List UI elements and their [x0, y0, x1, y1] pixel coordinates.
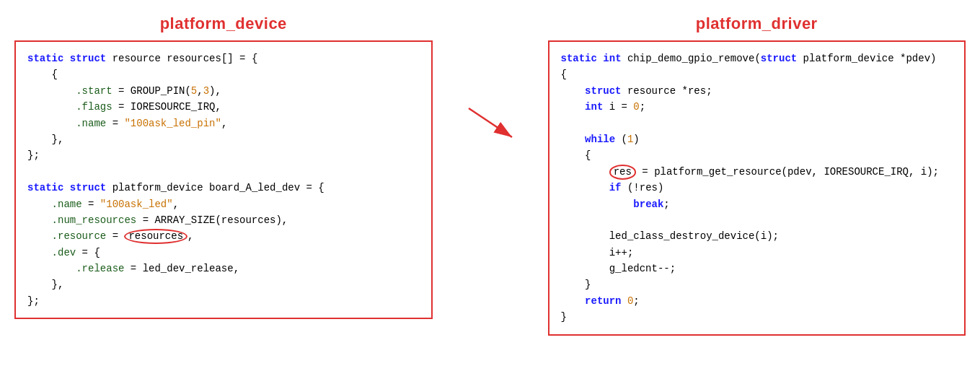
code-line: {	[561, 66, 953, 82]
code-line: static int chip_demo_gpio_remove(struct …	[561, 51, 953, 66]
code-line: }	[561, 276, 953, 292]
code-line: .name = "100ask_led",	[27, 196, 420, 212]
code-line: static struct resource resources[] = {	[27, 51, 420, 66]
code-line: struct resource *res;	[561, 83, 953, 99]
arrow-container	[462, 14, 519, 144]
code-line: res = platform_get_resource(pdev, IORESO…	[561, 164, 953, 180]
code-line	[561, 116, 953, 131]
code-line: i++;	[561, 245, 953, 261]
circle-res: res	[609, 165, 636, 180]
right-panel-title: platform_driver	[696, 14, 818, 33]
circle-resources: resources	[124, 229, 187, 244]
code-line: },	[27, 131, 420, 147]
code-line: .resource = resources,	[27, 228, 420, 244]
left-code-box: static struct resource resources[] = { {…	[14, 40, 433, 319]
code-line: led_class_destroy_device(i);	[561, 228, 953, 244]
code-line: .flags = IORESOURCE_IRQ,	[27, 99, 420, 115]
code-line	[27, 164, 420, 180]
code-line: return 0;	[561, 293, 953, 309]
code-line: }	[561, 309, 953, 325]
code-line: },	[27, 276, 420, 292]
code-line: .dev = {	[27, 245, 420, 261]
code-line: };	[27, 147, 420, 163]
code-line: .start = GROUP_PIN(5,3),	[27, 83, 420, 99]
code-line: {	[27, 66, 420, 82]
left-panel: platform_device static struct resource r…	[14, 14, 433, 319]
code-line: .num_resources = ARRAY_SIZE(resources),	[27, 212, 420, 228]
main-container: platform_device static struct resource r…	[14, 14, 966, 336]
left-panel-title: platform_device	[160, 14, 287, 33]
arrow-icon	[462, 101, 519, 144]
code-line: int i = 0;	[561, 99, 953, 115]
code-line	[561, 212, 953, 228]
code-line: .name = "100ask_led_pin",	[27, 116, 420, 131]
code-line: while (1)	[561, 131, 953, 147]
code-line: static struct platform_device board_A_le…	[27, 180, 420, 196]
code-line: if (!res)	[561, 180, 953, 196]
code-line: g_ledcnt--;	[561, 261, 953, 276]
right-code-box: static int chip_demo_gpio_remove(struct …	[548, 40, 966, 336]
code-line: {	[561, 147, 953, 163]
right-panel: platform_driver static int chip_demo_gpi…	[548, 14, 966, 336]
code-line: .release = led_dev_release,	[27, 261, 420, 276]
code-line: break;	[561, 196, 953, 212]
code-line: };	[27, 293, 420, 309]
